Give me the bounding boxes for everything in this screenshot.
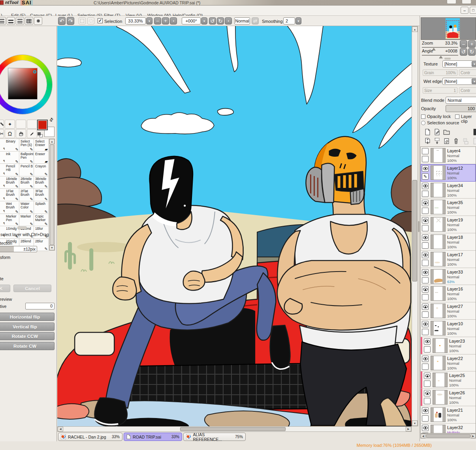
rotate-cw-button[interactable]: ↻ bbox=[217, 17, 224, 24]
hand-tool[interactable] bbox=[16, 129, 26, 138]
layer-row-layer19[interactable]: Layer19Normal100% bbox=[421, 216, 476, 233]
layer-row-layer17[interactable]: Layer17Normal100% bbox=[421, 251, 476, 268]
tab-road-trip[interactable]: ROAD TRIP.sai 33% bbox=[124, 433, 182, 441]
layer-row-layer16[interactable]: Layer16Normal100% bbox=[421, 285, 476, 302]
tool-1bristle-brush[interactable]: 1Bristle Brush✎ bbox=[5, 176, 19, 189]
layer-sub-toggle[interactable] bbox=[422, 294, 429, 300]
layer-sub-toggle[interactable] bbox=[422, 277, 429, 283]
clear-layer-button[interactable] bbox=[443, 138, 450, 145]
flip-view-button[interactable]: ⇄ bbox=[252, 17, 259, 24]
panel-splitter-handle[interactable] bbox=[17, 227, 27, 229]
canvas-hscrollbar[interactable]: ◀ ▶ bbox=[57, 426, 412, 432]
undo-button[interactable]: ↶ bbox=[58, 17, 66, 25]
layer-sub-toggle[interactable] bbox=[422, 415, 429, 422]
dropdown-icon[interactable]: ▼ bbox=[472, 79, 476, 84]
layer-sub-toggle[interactable] bbox=[422, 364, 429, 370]
tool-water-color[interactable]: Water Color✎ bbox=[19, 201, 34, 214]
nav-rotate-ccw-button[interactable]: ↺ bbox=[460, 48, 467, 56]
tool-crayon[interactable]: Crayon✎ bbox=[34, 164, 49, 176]
smoothing-dropdown-icon[interactable]: ▼ bbox=[295, 17, 301, 24]
layer-row-layer26[interactable]: Layer26Normal100% bbox=[421, 389, 476, 406]
rotate-cw-button-panel[interactable]: Rotate CW bbox=[0, 342, 55, 350]
merge-visible-button[interactable] bbox=[462, 138, 469, 145]
magic-wand-tool[interactable]: ✦ bbox=[5, 120, 15, 129]
tool-ink[interactable]: Ink✎ bbox=[5, 152, 19, 164]
layer-visibility-toggle[interactable] bbox=[422, 425, 429, 431]
section-splitter-handle[interactable] bbox=[444, 58, 451, 60]
nav-zoom-out-button[interactable]: – bbox=[460, 40, 467, 48]
zoom-in-button[interactable]: + bbox=[162, 17, 169, 24]
layer-visibility-toggle[interactable] bbox=[422, 183, 429, 189]
blend-mode-dropdown[interactable]: Normal bbox=[446, 97, 476, 104]
layer-row-layer10[interactable]: Layer10Normal100% bbox=[421, 320, 476, 337]
layer-row-layer34[interactable]: Layer34Normal100% bbox=[421, 182, 476, 199]
layer-row-layer22[interactable]: Layer22Normal100% bbox=[421, 354, 476, 372]
cancel-button[interactable]: Cancel bbox=[13, 285, 51, 292]
layer-sub-toggle[interactable] bbox=[424, 398, 431, 404]
eyedropper-tool[interactable] bbox=[27, 129, 37, 138]
layer-extra-button-cut[interactable] bbox=[472, 138, 476, 145]
new-layer-button[interactable] bbox=[424, 129, 431, 136]
scroll-right-icon[interactable]: ▶ bbox=[471, 434, 476, 438]
texture-contrast-slider[interactable]: Contr bbox=[459, 69, 476, 76]
tool-marker-pen[interactable]: Marker Pen✎ bbox=[5, 214, 19, 227]
selection-lasso-icon[interactable] bbox=[87, 17, 94, 24]
scroll-left-icon[interactable]: ◀ bbox=[421, 434, 425, 438]
layer-row-layer25[interactable]: Layer25Normal100% bbox=[421, 371, 476, 389]
layer-row-layer33[interactable]: Layer33Normal63% bbox=[421, 268, 476, 285]
tab-rachel-dan2[interactable]: RACHEL - Dan 2.jpg 33% bbox=[58, 433, 122, 441]
merge-down-button[interactable] bbox=[434, 138, 440, 145]
delete-layer-button[interactable] bbox=[453, 138, 459, 145]
tool-grid-scroll-thumb[interactable] bbox=[50, 144, 54, 245]
layer-visibility-toggle[interactable] bbox=[424, 373, 431, 379]
layer-row-layer18[interactable]: Layer18Normal100% bbox=[421, 233, 476, 251]
lasso-rotate-tool[interactable]: Ω bbox=[5, 129, 15, 138]
ok-button[interactable]: OK bbox=[0, 285, 10, 292]
tool-wet-brush[interactable]: Wet Brush✎ bbox=[5, 201, 19, 214]
layer-visibility-toggle[interactable] bbox=[422, 407, 429, 414]
angle-slider-marker[interactable] bbox=[439, 56, 443, 58]
layer-sub-toggle[interactable] bbox=[424, 381, 431, 387]
wet-edge-dropdown[interactable]: [None]▼ bbox=[442, 78, 476, 85]
scroll-down-icon[interactable]: ▼ bbox=[49, 245, 55, 250]
zoom-value-box[interactable]: 33.33% bbox=[125, 17, 146, 24]
layer-visibility-toggle[interactable] bbox=[424, 390, 431, 396]
scroll-right-icon[interactable]: ▶ bbox=[406, 427, 411, 431]
layer-visibility-toggle[interactable] bbox=[422, 304, 429, 310]
layer-sub-toggle[interactable] bbox=[422, 208, 429, 214]
scroll-up-icon[interactable]: ▲ bbox=[412, 26, 418, 32]
opacity-lock-checkbox[interactable] bbox=[421, 114, 425, 119]
layer-visibility-toggle[interactable] bbox=[422, 269, 429, 276]
swap-colors-icon[interactable]: ⇄ bbox=[48, 116, 55, 123]
layer-clip-checkbox[interactable] bbox=[455, 114, 459, 119]
tool-marker[interactable]: Marker✎ bbox=[19, 214, 34, 227]
layout-icon-3[interactable] bbox=[16, 17, 24, 25]
layer-visibility-toggle[interactable] bbox=[424, 338, 431, 345]
layer-visibility-toggle[interactable] bbox=[422, 165, 429, 172]
new-folder-button[interactable] bbox=[443, 129, 450, 136]
tool-select-pen[interactable]: Select Pen (S)✎ bbox=[19, 139, 34, 152]
zoom-dropdown-icon[interactable]: ▼ bbox=[146, 17, 152, 24]
layer-visibility-toggle[interactable] bbox=[422, 356, 429, 362]
tool-copic-marker[interactable]: Copic Marker✎ bbox=[34, 214, 49, 227]
wet-contrast-slider[interactable]: Contr bbox=[459, 87, 476, 94]
tool-splash[interactable]: Splash✎ bbox=[34, 201, 49, 214]
empty-tool-cell[interactable] bbox=[27, 120, 37, 129]
tool-eraser[interactable]: Eraser▰ bbox=[34, 152, 49, 164]
tool-3bristle-brush[interactable]: 3Bristle Brush✎ bbox=[34, 176, 49, 189]
reset-colors-icon[interactable] bbox=[38, 132, 43, 137]
layer-sub-toggle[interactable] bbox=[422, 191, 429, 197]
layer-list-hscrollbar[interactable]: ◀ ▶ bbox=[420, 433, 476, 439]
nav-zoom-slider[interactable] bbox=[422, 47, 458, 48]
window-minimize-button[interactable] bbox=[447, 0, 456, 4]
layer-visibility-toggle[interactable] bbox=[422, 234, 429, 241]
layer-row-layer23[interactable]: Layer23Normal100% bbox=[421, 337, 476, 354]
angle-value-box[interactable]: +000° bbox=[182, 17, 201, 24]
layer-row-layer4[interactable]: Layer4Normal100% bbox=[421, 147, 476, 164]
angle-dropdown-icon[interactable]: ▼ bbox=[201, 17, 207, 24]
tool-2flat-brush[interactable]: 2Flat Brush✎ bbox=[19, 189, 34, 201]
zoom-out-button[interactable]: – bbox=[154, 17, 161, 24]
layer-row-layer32[interactable]: Layer32Multiply bbox=[421, 424, 476, 433]
texture-grain-slider[interactable]: Grain100% bbox=[423, 69, 457, 76]
layout-icon-5[interactable] bbox=[34, 17, 42, 25]
